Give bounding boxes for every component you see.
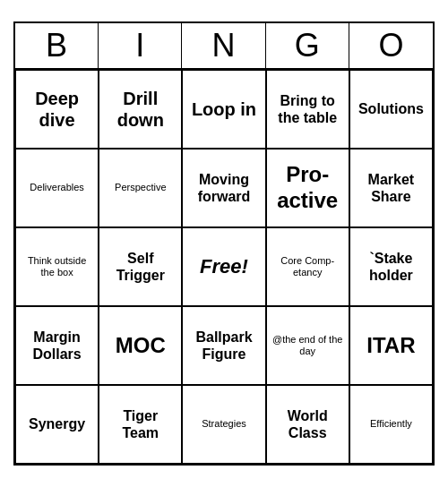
bingo-grid: Deep dive Drill down Loop in Bring to th… [15,70,433,464]
cell-r5c1: Synergy [15,385,99,464]
header-g: G [266,23,349,68]
cell-r1c5: Solutions [349,70,433,149]
cell-r2c5: Market Share [349,149,433,227]
cell-r2c1: Deliverables [15,149,99,227]
cell-r2c4: Pro-active [266,149,349,227]
cell-r5c4: World Class [266,385,349,464]
header-i: I [99,23,182,68]
cell-r1c1: Deep dive [15,70,99,149]
cell-r3c1: Think outside the box [15,227,99,306]
cell-r5c5: Efficiently [349,385,433,464]
cell-r1c2: Drill down [99,70,182,149]
cell-r4c4: @the end of the day [266,306,349,385]
cell-r4c1: Margin Dollars [15,306,99,385]
cell-r4c2: MOC [99,306,182,385]
cell-r2c3: Moving forward [182,149,265,227]
cell-r5c2: Tiger Team [99,385,182,464]
cell-r3c4: Core Comp-etancy [266,227,349,306]
cell-r4c5: ITAR [349,306,433,385]
cell-r2c2: Perspective [99,149,182,227]
cell-r3c3-free: Free! [182,227,265,306]
cell-r3c5: `Stake holder [349,227,433,306]
cell-r1c3: Loop in [182,70,265,149]
header-o: O [349,23,433,68]
bingo-header: B I N G O [15,23,433,70]
cell-r4c3: Ballpark Figure [182,306,265,385]
cell-r1c4: Bring to the table [266,70,349,149]
cell-r5c3: Strategies [182,385,265,464]
bingo-card: B I N G O Deep dive Drill down Loop in B… [13,21,435,466]
header-b: B [15,23,99,68]
cell-r3c2: Self Trigger [99,227,182,306]
header-n: N [182,23,265,68]
